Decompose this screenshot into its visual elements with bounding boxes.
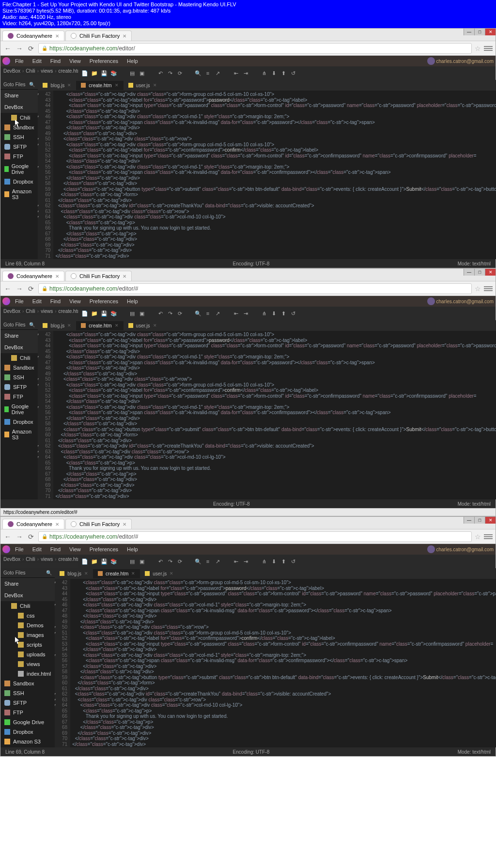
sidebar-devbox[interactable]: DevBox [0, 589, 55, 601]
tree-chili[interactable]: Chili [0, 353, 38, 363]
maximize-icon[interactable]: □ [474, 517, 485, 524]
maximize-icon[interactable]: □ [474, 269, 485, 276]
close-tab-icon[interactable]: ✕ [123, 274, 126, 279]
user-avatar-icon[interactable] [427, 545, 435, 553]
reload-icon[interactable]: ⟳ [27, 532, 35, 541]
close-icon[interactable]: ✕ [485, 517, 496, 524]
sidebar-ftp[interactable]: FTP [0, 152, 38, 161]
minimize-icon[interactable]: — [464, 269, 474, 276]
tree-chili[interactable]: Chili [0, 113, 38, 123]
tree-css[interactable]: css [0, 611, 55, 620]
sidebar-gdrive[interactable]: Google Drive [0, 717, 55, 727]
user-email[interactable]: charles.catron@gmail.com [436, 299, 494, 304]
tree-images[interactable]: images [0, 630, 55, 640]
user-avatar-icon[interactable] [427, 297, 435, 305]
tree-demos[interactable]: Demos [0, 620, 55, 630]
user-avatar-icon[interactable] [427, 57, 435, 65]
sidebar-devbox[interactable]: DevBox [0, 341, 38, 353]
code-editor[interactable]: ▾42434445▾46474849▾50▾51525354▾555657585… [38, 91, 496, 259]
app-logo-icon[interactable] [2, 57, 10, 65]
sidebar-sftp[interactable]: SFTP [0, 382, 38, 392]
close-tab-icon[interactable]: ✕ [123, 33, 126, 39]
goto-files[interactable]: Goto Files🔍 [0, 568, 55, 578]
menu-preferences[interactable]: Preferences [86, 57, 122, 65]
address-input[interactable]: 🔒https://codeanywhere.com/editor/ [38, 43, 472, 54]
save-icon[interactable]: 💾 [99, 68, 109, 78]
ftab-create[interactable]: create.htm✕ [76, 321, 123, 330]
bookmark-icon[interactable]: ☆ [475, 285, 481, 293]
tree-scripts[interactable]: scripts [0, 640, 55, 650]
menu-file[interactable]: File [11, 297, 28, 306]
refresh-icon[interactable]: ⟳ [175, 68, 185, 78]
history-icon[interactable]: ↺ [288, 68, 298, 78]
goto-files[interactable]: Goto Files🔍 [0, 320, 38, 330]
bc-devbox[interactable]: DevBox [3, 68, 20, 74]
menu-help[interactable]: Help [123, 57, 142, 65]
close-tab-icon[interactable]: ✕ [55, 274, 59, 279]
menu-view[interactable]: View [65, 297, 85, 306]
close-icon[interactable]: ✕ [485, 269, 496, 276]
tree-uploads[interactable]: uploads [0, 650, 55, 659]
menu-view[interactable]: View [65, 57, 85, 65]
hamburger-icon[interactable] [484, 44, 493, 53]
ftab-user[interactable]: user.js✕ [124, 81, 162, 90]
save-all-icon[interactable]: 📚 [109, 68, 119, 78]
sidebar-sandbox[interactable]: Sandbox [0, 679, 55, 688]
reload-icon[interactable]: ⟳ [27, 44, 35, 53]
back-icon[interactable]: ← [3, 44, 12, 53]
menu-file[interactable]: File [11, 57, 28, 65]
menu-find[interactable]: Find [46, 57, 64, 65]
hamburger-icon[interactable] [484, 284, 493, 293]
list-icon[interactable]: ≡ [203, 68, 213, 78]
sidebar-s3[interactable]: Amazon S3 [0, 427, 38, 442]
code-editor[interactable]: ▾42434445▾46474849▾50▾51525354▾555657585… [38, 331, 496, 499]
indent-icon[interactable]: ⇥ [241, 68, 250, 78]
ftab-blog[interactable]: blog.js✕ [38, 81, 76, 90]
minimize-icon[interactable]: — [464, 29, 474, 35]
ftab-create[interactable]: create.htm✕ [93, 569, 140, 578]
search-icon[interactable]: 🔍 [29, 82, 35, 87]
tab-chili[interactable]: Chili Fun Factory✕ [65, 31, 132, 41]
bookmark-icon[interactable]: ☆ [475, 45, 481, 52]
search-icon[interactable]: 🔍 [193, 68, 203, 78]
tab-codeanywhere[interactable]: Codeanywhere✕ [2, 31, 64, 41]
goto-icon[interactable]: ↗ [213, 68, 222, 78]
back-icon[interactable]: ← [3, 284, 12, 293]
sidebar-gdrive[interactable]: Google Drive [0, 161, 38, 177]
sidebar-ssh[interactable]: SSH [0, 132, 38, 142]
ftab-blog[interactable]: blog.js✕ [55, 569, 93, 578]
tree-chili[interactable]: Chili [0, 601, 55, 611]
ftab-create[interactable]: create.htm✕ [76, 81, 123, 90]
menu-edit[interactable]: Edit [29, 297, 46, 306]
app-logo-icon[interactable] [2, 545, 10, 553]
sidebar-ssh[interactable]: SSH [0, 372, 38, 382]
forward-icon[interactable]: → [15, 284, 24, 293]
sidebar-dropbox[interactable]: Dropbox [0, 177, 38, 186]
new-folder-icon[interactable]: 📁 [90, 68, 99, 78]
menu-find[interactable]: Find [46, 297, 64, 306]
sidebar-devbox[interactable]: DevBox [0, 101, 38, 113]
address-input[interactable]: 🔒https://codeanywhere.com/editor/# [38, 531, 472, 542]
bc-views[interactable]: views [41, 68, 53, 74]
app-logo-icon[interactable] [2, 297, 10, 305]
sidebar-s3[interactable]: Amazon S3 [0, 737, 55, 746]
redo-icon[interactable]: ↷ [165, 68, 175, 78]
terminal-icon[interactable]: ▣ [137, 68, 147, 78]
sidebar-sftp[interactable]: SFTP [0, 142, 38, 152]
download-icon[interactable]: ⬇ [269, 68, 279, 78]
sidebar-share[interactable]: Share [0, 330, 38, 341]
tab-codeanywhere[interactable]: Codeanywhere✕ [2, 271, 64, 281]
tree-index[interactable]: index.html [0, 669, 55, 679]
close-icon[interactable]: ✕ [115, 83, 119, 88]
sidebar-ssh[interactable]: SSH [0, 688, 55, 698]
close-icon[interactable]: ✕ [67, 83, 71, 88]
new-file-icon[interactable]: 📄 [80, 68, 90, 78]
hamburger-icon[interactable] [484, 532, 493, 541]
forward-icon[interactable]: → [15, 532, 24, 541]
ftab-user[interactable]: user.js✕ [140, 569, 178, 578]
ftab-user[interactable]: user.js✕ [124, 321, 162, 330]
sidebar-ftp[interactable]: FTP [0, 392, 38, 402]
tab-chili[interactable]: Chili Fun Factory✕ [65, 271, 132, 281]
code-text[interactable]: <class="class="c-str">c-tag">div class="… [53, 331, 496, 499]
code-text[interactable]: <class="class="c-str">c-tag">div class="… [53, 91, 496, 259]
